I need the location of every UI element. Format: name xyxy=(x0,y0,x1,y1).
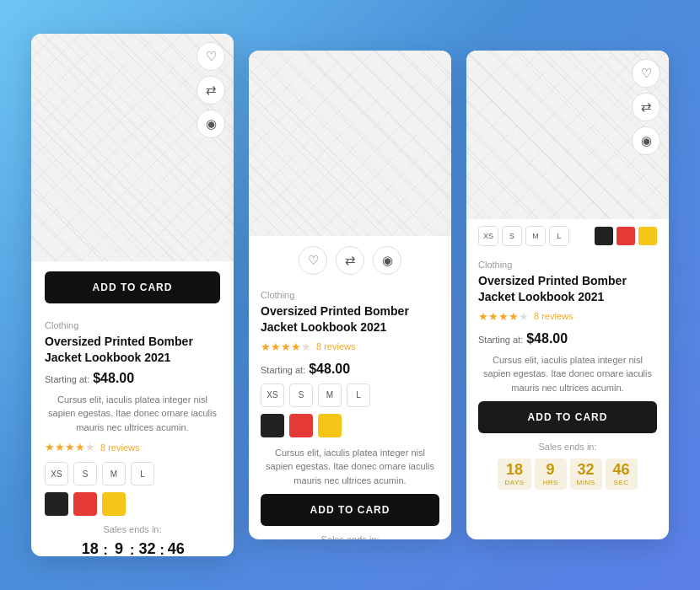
actions-vertical-1: ♡ ⇄ ◉ xyxy=(197,42,225,138)
compare-button-1[interactable]: ⇄ xyxy=(197,76,225,105)
countdown-sec-1: 46 SEC xyxy=(168,541,185,556)
card-body-2: Clothing Oversized Printed Bomber Jacket… xyxy=(249,282,451,539)
top-size-xs-3[interactable]: XS xyxy=(478,226,498,246)
color-yellow-2[interactable] xyxy=(318,414,342,437)
top-color-yellow-3[interactable] xyxy=(638,227,657,245)
quickview-button-1[interactable]: ◉ xyxy=(197,110,225,138)
add-to-card-button-3[interactable]: ADD TO CARD xyxy=(478,401,657,433)
countdown-mins-1: 32 MINS xyxy=(137,541,156,556)
actions-vertical-3: ♡ ⇄ ◉ xyxy=(632,59,660,155)
countdown-mins-value-1: 32 xyxy=(138,541,155,556)
countdown-sec-3: 46 SEC xyxy=(606,459,638,490)
sep3: : xyxy=(159,543,164,556)
reviews-link-1[interactable]: 8 reviews xyxy=(100,442,139,453)
reviews-row-2: ★★★★★ 8 reviews xyxy=(261,341,439,353)
color-black-1[interactable] xyxy=(45,492,68,516)
countdown-days-1: 18 DAYS xyxy=(80,541,100,556)
colors-row-1 xyxy=(45,492,220,516)
price-row-1: Starting at: $48.00 xyxy=(45,371,220,386)
sales-ends-label-3: Sales ends in: xyxy=(478,442,657,452)
sales-ends-label-2: Sales ends in: xyxy=(261,534,439,539)
countdown-mins-value-3: 32 xyxy=(578,462,595,477)
stars-2: ★★★★★ xyxy=(261,341,311,353)
countdown-days-value-1: 18 xyxy=(82,541,99,556)
stars-3: ★★★★★ xyxy=(478,310,529,323)
price-row-2: Starting at: $48.00 xyxy=(261,362,439,377)
color-red-2[interactable] xyxy=(289,414,313,437)
top-size-s-3[interactable]: S xyxy=(502,226,522,246)
product-cards-container: ♡ ⇄ ◉ ADD TO CARD Clothing Oversized Pri… xyxy=(14,17,686,573)
description-3: Cursus elit, iaculis platea integer nisl… xyxy=(478,353,657,395)
quickview-button-3[interactable]: ◉ xyxy=(632,126,660,155)
color-yellow-1[interactable] xyxy=(102,492,126,516)
size-xs-1[interactable]: XS xyxy=(45,462,68,485)
card-body-3: Clothing Oversized Printed Bomber Jacket… xyxy=(466,251,669,500)
countdown-hrs-value-1: 9 xyxy=(115,541,123,556)
wishlist-button-1[interactable]: ♡ xyxy=(197,42,225,71)
size-l-1[interactable]: L xyxy=(131,462,154,485)
sep1: : xyxy=(103,543,107,556)
countdown-sec-value-3: 46 xyxy=(613,462,630,477)
reviews-row-3: ★★★★★ 8 reviews xyxy=(478,310,657,323)
add-to-card-button-2[interactable]: ADD TO CARD xyxy=(261,494,439,526)
product-title-3: Oversized Printed Bomber Jacket Lookbook… xyxy=(478,273,657,305)
compare-button-2[interactable]: ⇄ xyxy=(336,246,364,275)
countdown-mins-3: 32 MINS xyxy=(570,459,602,490)
sizes-row-2: XS S M L xyxy=(261,384,439,407)
product-card-1: ♡ ⇄ ◉ ADD TO CARD Clothing Oversized Pri… xyxy=(31,34,234,556)
countdown-hrs-3: 9 HRS xyxy=(535,459,567,490)
top-color-red-3[interactable] xyxy=(617,227,635,245)
countdown-mins-label-3: MINS xyxy=(577,479,595,486)
size-xs-2[interactable]: XS xyxy=(261,384,284,407)
category-label-2: Clothing xyxy=(261,290,439,300)
size-s-1[interactable]: S xyxy=(73,462,97,485)
top-options-bar-3: XS S M L xyxy=(466,219,669,251)
wishlist-button-3[interactable]: ♡ xyxy=(632,59,660,88)
countdown-1: 18 DAYS : 9 HRS : 32 MINS : 46 SEC xyxy=(45,541,220,556)
wishlist-button-2[interactable]: ♡ xyxy=(299,246,327,275)
top-size-l-3[interactable]: L xyxy=(549,226,569,246)
sep2: : xyxy=(130,543,134,556)
top-color-black-3[interactable] xyxy=(595,227,613,245)
starting-at-label-2: Starting at: xyxy=(261,365,305,375)
quickview-button-2[interactable]: ◉ xyxy=(373,246,401,275)
compare-button-3[interactable]: ⇄ xyxy=(632,93,660,121)
product-title-2: Oversized Printed Bomber Jacket Lookbook… xyxy=(261,303,439,335)
colors-row-2 xyxy=(261,414,439,437)
starting-at-label-3: Starting at: xyxy=(478,335,523,345)
reviews-link-3[interactable]: 8 reviews xyxy=(534,311,573,321)
description-2: Cursus elit, iaculis platea integer nisl… xyxy=(261,446,439,488)
product-title-1: Oversized Printed Bomber Jacket Lookbook… xyxy=(45,334,220,366)
price-row-3: Starting at: $48.00 xyxy=(478,331,657,346)
countdown-hrs-1: 9 HRS xyxy=(111,541,127,556)
color-black-2[interactable] xyxy=(261,414,284,437)
countdown-3: 18 DAYS 9 HRS 32 MINS 46 SEC xyxy=(478,459,657,490)
description-1: Cursus elit, iaculis platea integer nisl… xyxy=(45,393,220,435)
top-colors-3 xyxy=(595,227,657,245)
product-image-3: ♡ ⇄ ◉ xyxy=(466,51,669,219)
countdown-hrs-label-3: HRS xyxy=(542,479,557,486)
countdown-days-label-3: DAYS xyxy=(504,479,524,486)
category-label-3: Clothing xyxy=(478,260,657,270)
product-image-1: ♡ ⇄ ◉ xyxy=(31,34,234,261)
size-l-2[interactable]: L xyxy=(347,384,370,407)
size-m-2[interactable]: M xyxy=(318,384,342,407)
size-m-1[interactable]: M xyxy=(102,462,126,485)
reviews-row-1: ★★★★★ 8 reviews xyxy=(45,441,220,453)
size-s-2[interactable]: S xyxy=(289,384,313,407)
price-1: $48.00 xyxy=(93,371,134,386)
top-size-m-3[interactable]: M xyxy=(525,226,546,246)
stars-1: ★★★★★ xyxy=(45,441,95,453)
countdown-hrs-value-3: 9 xyxy=(547,462,555,477)
sales-ends-label-1: Sales ends in: xyxy=(45,524,220,534)
countdown-days-3: 18 DAYS xyxy=(498,459,530,490)
starting-at-label-1: Starting at: xyxy=(45,374,89,384)
add-to-card-button-1[interactable]: ADD TO CARD xyxy=(45,271,220,303)
countdown-sec-value-1: 46 xyxy=(168,541,185,556)
color-red-1[interactable] xyxy=(73,492,97,516)
price-3: $48.00 xyxy=(526,331,568,346)
card-body-1: ADD TO CARD Clothing Oversized Printed B… xyxy=(31,261,234,556)
actions-horizontal-2: ♡ ⇄ ◉ xyxy=(249,236,451,282)
product-card-2: ♡ ⇄ ◉ Clothing Oversized Printed Bomber … xyxy=(249,51,451,539)
reviews-link-2[interactable]: 8 reviews xyxy=(316,341,355,351)
